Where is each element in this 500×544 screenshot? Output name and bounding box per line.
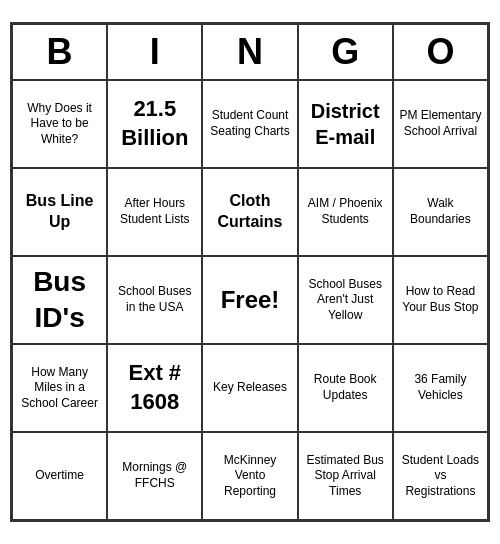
- bingo-cell-13: School Buses Aren't Just Yellow: [298, 256, 393, 344]
- header-letter-B: B: [12, 24, 107, 80]
- bingo-cell-1: 21.5 Billion: [107, 80, 202, 168]
- bingo-cell-21: Mornings @ FFCHS: [107, 432, 202, 520]
- header-letter-O: O: [393, 24, 488, 80]
- bingo-cell-11: School Buses in the USA: [107, 256, 202, 344]
- bingo-cell-5: Bus Line Up: [12, 168, 107, 256]
- bingo-cell-0: Why Does it Have to be White?: [12, 80, 107, 168]
- bingo-header: BINGO: [12, 24, 488, 80]
- bingo-grid: Why Does it Have to be White?21.5 Billio…: [12, 80, 488, 520]
- bingo-cell-2: Student Count Seating Charts: [202, 80, 297, 168]
- bingo-cell-10: Bus ID's: [12, 256, 107, 344]
- bingo-cell-23: Estimated Bus Stop Arrival Times: [298, 432, 393, 520]
- bingo-cell-22: McKinney Vento Reporting: [202, 432, 297, 520]
- bingo-cell-16: Ext # 1608: [107, 344, 202, 432]
- header-letter-G: G: [298, 24, 393, 80]
- bingo-cell-3: District E-mail: [298, 80, 393, 168]
- bingo-cell-12: Free!: [202, 256, 297, 344]
- bingo-cell-14: How to Read Your Bus Stop: [393, 256, 488, 344]
- bingo-cell-20: Overtime: [12, 432, 107, 520]
- header-letter-N: N: [202, 24, 297, 80]
- bingo-cell-17: Key Releases: [202, 344, 297, 432]
- bingo-cell-6: After Hours Student Lists: [107, 168, 202, 256]
- bingo-cell-15: How Many Miles in a School Career: [12, 344, 107, 432]
- bingo-cell-19: 36 Family Vehicles: [393, 344, 488, 432]
- bingo-cell-18: Route Book Updates: [298, 344, 393, 432]
- bingo-cell-24: Student Loads vs Registrations: [393, 432, 488, 520]
- bingo-cell-4: PM Elementary School Arrival: [393, 80, 488, 168]
- bingo-cell-7: Cloth Curtains: [202, 168, 297, 256]
- bingo-cell-9: Walk Boundaries: [393, 168, 488, 256]
- header-letter-I: I: [107, 24, 202, 80]
- bingo-card: BINGO Why Does it Have to be White?21.5 …: [10, 22, 490, 522]
- bingo-cell-8: AIM / Phoenix Students: [298, 168, 393, 256]
